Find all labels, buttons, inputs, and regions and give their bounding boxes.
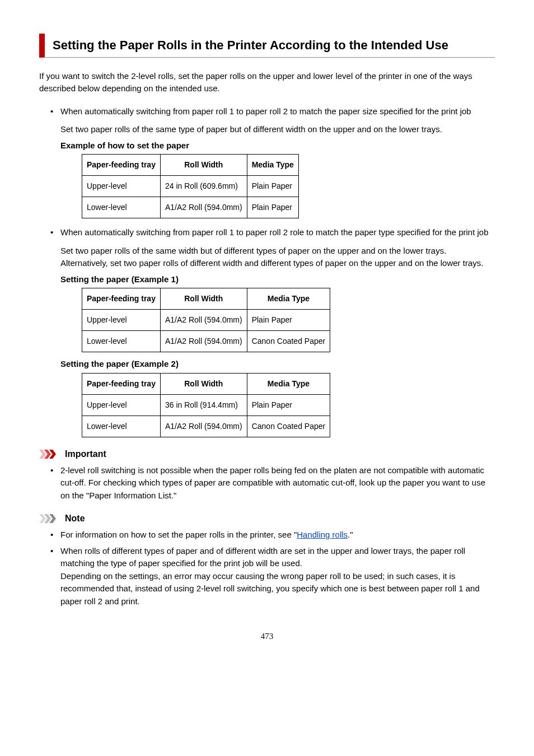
th-media: Media Type [247,373,330,394]
cell: A1/A2 Roll (594.0mm) [160,331,247,352]
th-tray: Paper-feeding tray [82,288,161,310]
table-row: Lower-level A1/A2 Roll (594.0mm) Plain P… [82,197,299,218]
cell: Plain Paper [247,176,298,197]
bullet-item-2: When automatically switching from paper … [50,226,495,437]
cell: Upper-level [82,176,161,197]
th-width: Roll Width [160,373,247,394]
note-list: For information on how to set the paper … [50,529,495,608]
th-media: Media Type [247,288,330,310]
page-heading-block: Setting the Paper Rolls in the Printer A… [39,34,495,58]
example-table-2: Paper-feeding tray Roll Width Media Type… [82,288,330,352]
example-table-3: Paper-feeding tray Roll Width Media Type… [82,373,330,437]
cell: Upper-level [82,394,161,416]
cell: 36 in Roll (914.4mm) [160,394,247,416]
important-label: Important [65,447,106,461]
cell: Canon Coated Paper [247,331,330,352]
table-row: Upper-level A1/A2 Roll (594.0mm) Plain P… [82,310,330,331]
note-heading: Note [39,512,495,525]
cell: Plain Paper [247,310,330,331]
note-item-1: For information on how to set the paper … [50,529,495,542]
example-table-1: Paper-feeding tray Roll Width Media Type… [82,154,299,218]
main-bullet-list: When automatically switching from paper … [50,105,495,437]
bullet-item-1: When automatically switching from paper … [50,105,495,219]
handling-rolls-link[interactable]: Handling rolls [297,530,348,539]
table3-caption: Setting the paper (Example 2) [60,358,495,371]
cell: Lower-level [82,331,161,352]
note1-pre: For information on how to set the paper … [60,530,297,539]
table-header-row: Paper-feeding tray Roll Width Media Type [82,373,330,394]
table-row: Upper-level 36 in Roll (914.4mm) Plain P… [82,394,330,416]
cell: Upper-level [82,310,161,331]
table-row: Lower-level A1/A2 Roll (594.0mm) Canon C… [82,416,330,437]
note-item-2: When rolls of different types of paper a… [50,545,495,608]
table1-caption: Example of how to set the paper [60,139,495,152]
svg-marker-0 [39,450,46,459]
note1-post: ." [348,530,353,539]
note-label: Note [65,512,85,525]
note2-para1: When rolls of different types of paper a… [60,545,495,570]
page-title: Setting the Paper Rolls in the Printer A… [53,37,495,54]
cell: 24 in Roll (609.6mm) [160,176,247,197]
svg-marker-3 [39,514,46,523]
important-item: 2-level roll switching is not possible w… [50,464,495,502]
th-tray: Paper-feeding tray [82,155,161,176]
note-icon [39,514,60,523]
cell: Lower-level [82,416,161,437]
bullet1-detail: Set two paper rolls of the same type of … [60,123,495,136]
table-header-row: Paper-feeding tray Roll Width Media Type [82,155,299,176]
th-width: Roll Width [160,288,247,310]
cell: A1/A2 Roll (594.0mm) [160,416,247,437]
important-icon [39,450,60,459]
cell: Plain Paper [247,394,330,416]
cell: Canon Coated Paper [247,416,330,437]
table-header-row: Paper-feeding tray Roll Width Media Type [82,288,330,310]
cell: Lower-level [82,197,161,218]
note2-para2: Depending on the settings, an error may … [60,570,495,608]
important-list: 2-level roll switching is not possible w… [50,464,495,502]
cell: A1/A2 Roll (594.0mm) [160,197,247,218]
bullet1-lead: When automatically switching from paper … [60,105,495,118]
cell: Plain Paper [247,197,298,218]
table-row: Lower-level A1/A2 Roll (594.0mm) Canon C… [82,331,330,352]
table2-caption: Setting the paper (Example 1) [60,273,495,286]
important-heading: Important [39,447,495,461]
bullet2-detail: Set two paper rolls of the same width bu… [60,245,495,270]
th-media: Media Type [247,155,298,176]
cell: A1/A2 Roll (594.0mm) [160,310,247,331]
th-tray: Paper-feeding tray [82,373,161,394]
page-number: 473 [39,630,495,643]
table-row: Upper-level 24 in Roll (609.6mm) Plain P… [82,176,299,197]
intro-paragraph: If you want to switch the 2-level rolls,… [39,70,495,95]
bullet2-lead: When automatically switching from paper … [60,226,495,239]
th-width: Roll Width [160,155,247,176]
